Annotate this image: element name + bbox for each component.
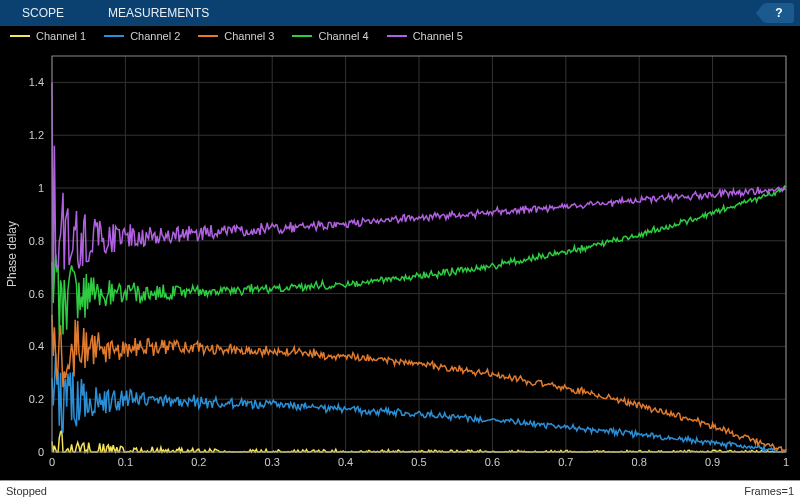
svg-text:0.8: 0.8 xyxy=(29,235,44,247)
svg-text:0.6: 0.6 xyxy=(485,456,500,468)
legend-item-4: Channel 4 xyxy=(292,30,368,42)
app-window: SCOPE MEASUREMENTS ? Channel 1 Channel 2… xyxy=(0,0,800,500)
svg-text:0.8: 0.8 xyxy=(632,456,647,468)
status-right: Frames=1 xyxy=(744,485,794,497)
legend-label: Channel 1 xyxy=(36,30,86,42)
status-bar: Stopped Frames=1 xyxy=(0,480,800,500)
legend-swatch-2 xyxy=(104,35,124,37)
svg-text:0.6: 0.6 xyxy=(29,288,44,300)
svg-text:0.1: 0.1 xyxy=(118,456,133,468)
svg-text:0.2: 0.2 xyxy=(29,393,44,405)
plot-area[interactable]: 00.20.40.60.811.21.4 00.10.20.30.40.50.6… xyxy=(0,46,800,480)
legend-swatch-4 xyxy=(292,35,312,37)
legend-item-1: Channel 1 xyxy=(10,30,86,42)
svg-text:0.9: 0.9 xyxy=(705,456,720,468)
legend-label: Channel 2 xyxy=(130,30,180,42)
legend-item-5: Channel 5 xyxy=(387,30,463,42)
svg-text:0.4: 0.4 xyxy=(338,456,353,468)
tab-measurements[interactable]: MEASUREMENTS xyxy=(86,0,231,26)
svg-text:0: 0 xyxy=(49,456,55,468)
legend-label: Channel 3 xyxy=(224,30,274,42)
svg-text:0.3: 0.3 xyxy=(265,456,280,468)
legend: Channel 1 Channel 2 Channel 3 Channel 4 … xyxy=(0,26,800,46)
legend-swatch-5 xyxy=(387,35,407,37)
svg-text:1.4: 1.4 xyxy=(29,76,44,88)
svg-text:0.2: 0.2 xyxy=(191,456,206,468)
status-left: Stopped xyxy=(6,485,47,497)
svg-text:1: 1 xyxy=(38,182,44,194)
tab-scope[interactable]: SCOPE xyxy=(0,0,86,26)
legend-label: Channel 5 xyxy=(413,30,463,42)
svg-text:0.7: 0.7 xyxy=(558,456,573,468)
legend-swatch-3 xyxy=(198,35,218,37)
help-button[interactable]: ? xyxy=(764,3,794,23)
legend-item-2: Channel 2 xyxy=(104,30,180,42)
svg-text:1.2: 1.2 xyxy=(29,129,44,141)
svg-text:0.4: 0.4 xyxy=(29,340,44,352)
legend-item-3: Channel 3 xyxy=(198,30,274,42)
svg-text:0.5: 0.5 xyxy=(411,456,426,468)
legend-label: Channel 4 xyxy=(318,30,368,42)
menubar: SCOPE MEASUREMENTS ? xyxy=(0,0,800,26)
plot-svg: 00.20.40.60.811.21.4 00.10.20.30.40.50.6… xyxy=(0,46,800,480)
legend-swatch-1 xyxy=(10,35,30,37)
svg-text:1: 1 xyxy=(783,456,789,468)
svg-text:Phase delay: Phase delay xyxy=(5,221,19,287)
svg-text:0: 0 xyxy=(38,446,44,458)
